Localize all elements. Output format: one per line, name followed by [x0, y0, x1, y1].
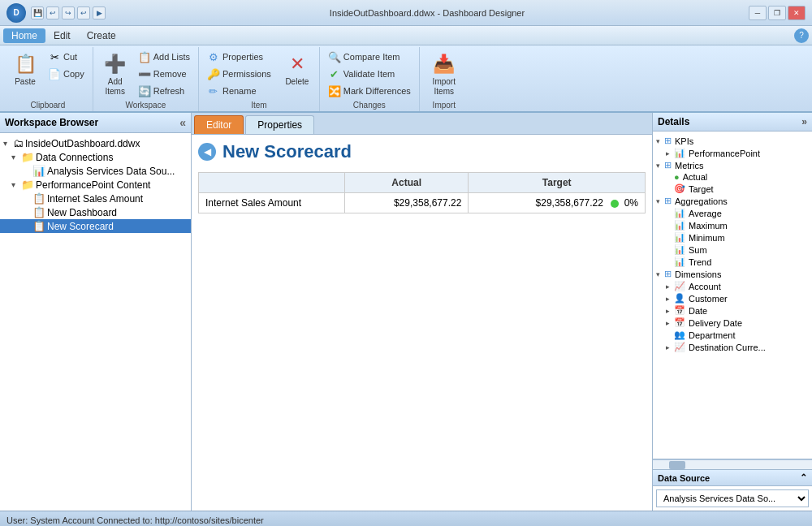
dp-item-performancepoint[interactable]: ▸ 📊 PerformancePoint: [653, 147, 812, 159]
minimize-btn[interactable]: ─: [749, 6, 767, 20]
dim-expand[interactable]: ▾: [656, 270, 663, 278]
col-name: [199, 173, 345, 193]
agg-expand[interactable]: ▾: [656, 197, 663, 205]
permissions-button[interactable]: 🔑 Permissions: [204, 66, 274, 82]
account-expand[interactable]: ▸: [666, 282, 672, 291]
pp-expand[interactable]: ▸: [666, 149, 672, 157]
properties-button[interactable]: ⚙ Properties: [204, 49, 274, 65]
remove-button[interactable]: ➖ Remove: [135, 66, 193, 82]
menu-home[interactable]: Home: [3, 28, 45, 43]
workspace-browser: Workspace Browser « ▾ 🗂 InsideOutDashboa…: [0, 113, 192, 511]
dp-item-actual[interactable]: ● Actual: [653, 171, 812, 183]
dp-item-maximum[interactable]: 📊 Maximum: [653, 219, 812, 231]
dp-item-deliverydate[interactable]: ▸ 📅 Delivery Date: [653, 317, 812, 329]
deldate-icon: 📅: [674, 317, 685, 328]
undo2-quick-btn[interactable]: ↩: [77, 6, 90, 19]
dp-item-metrics[interactable]: ▾ ⊞ Metrics: [653, 159, 812, 171]
dp-item-sum[interactable]: 📊 Sum: [653, 244, 812, 256]
internetsales-icon: 📋: [32, 192, 45, 205]
date-expand[interactable]: ▸: [666, 307, 672, 315]
changes-label: Changes: [353, 101, 386, 110]
editor-tabs: Editor Properties: [192, 113, 652, 135]
date-icon: 📅: [674, 305, 685, 316]
refresh-button[interactable]: 🔄 Refresh: [135, 83, 193, 99]
data-source-select[interactable]: Analysis Services Data So...: [656, 489, 809, 507]
details-header: Details »: [653, 113, 812, 132]
analysissvc-icon: 📊: [32, 165, 45, 177]
dp-hscrollbar[interactable]: [653, 459, 812, 469]
import-items-button[interactable]: 📥 ImportItems: [427, 49, 461, 99]
compare-item-button[interactable]: 🔍 Compare Item: [325, 49, 414, 65]
dp-item-dimensions[interactable]: ▾ ⊞ Dimensions: [653, 268, 812, 280]
tab-properties[interactable]: Properties: [245, 115, 314, 134]
data-source-section: Data Source ⌃: [653, 469, 812, 486]
dp-item-account[interactable]: ▸ 📈 Account: [653, 280, 812, 292]
add-items-button[interactable]: ➕ AddItems: [98, 49, 132, 99]
expand-ppcontent[interactable]: ▾: [11, 180, 19, 189]
expand-internetsales[interactable]: [23, 194, 31, 203]
dp-item-destcurr[interactable]: ▸ 📈 Destination Curre...: [653, 341, 812, 353]
dp-item-date[interactable]: ▸ 📅 Date: [653, 304, 812, 317]
forward-quick-btn[interactable]: ▶: [93, 6, 106, 19]
dp-item-kpis[interactable]: ▾ ⊞ KPIs: [653, 135, 812, 147]
root-icon: 🗂: [13, 137, 24, 149]
undo-quick-btn[interactable]: ↩: [46, 6, 59, 19]
expand-analysissvc[interactable]: [23, 166, 31, 175]
rename-button[interactable]: ✏ Rename: [204, 83, 274, 99]
deldate-expand[interactable]: ▸: [666, 319, 672, 327]
customer-expand[interactable]: ▸: [666, 295, 672, 303]
workspace-browser-collapse[interactable]: «: [179, 116, 186, 129]
expand-root[interactable]: ▾: [3, 139, 11, 148]
paste-button[interactable]: 📋 Paste: [8, 49, 42, 89]
metrics-expand[interactable]: ▾: [656, 162, 663, 170]
add-lists-button[interactable]: 📋 Add Lists: [135, 49, 193, 65]
newscorecard-icon: 📋: [32, 220, 45, 232]
menu-create[interactable]: Create: [79, 28, 124, 43]
data-source-collapse[interactable]: ⌃: [800, 472, 807, 483]
restore-btn[interactable]: ❐: [768, 6, 786, 20]
kpis-expand[interactable]: ▾: [656, 137, 663, 145]
destcurr-expand[interactable]: ▸: [666, 343, 672, 351]
dp-item-trend[interactable]: 📊 Trend: [653, 256, 812, 268]
dp-item-customer[interactable]: ▸ 👤 Customer: [653, 292, 812, 304]
tab-editor[interactable]: Editor: [194, 115, 244, 134]
expand-newdashboard[interactable]: [23, 208, 31, 217]
mark-differences-button[interactable]: 🔀 Mark Differences: [325, 83, 414, 99]
status-text: User: System Account Connected to: http:…: [6, 515, 264, 525]
row-target: $29,358,677.22 0%: [469, 193, 646, 213]
dp-item-aggregations[interactable]: ▾ ⊞ Aggregations: [653, 195, 812, 207]
tree-item-dataconn[interactable]: ▾ 📁 Data Connections: [0, 150, 191, 164]
ribbon-group-item: ⚙ Properties 🔑 Permissions ✏ Rename ✕ De…: [199, 47, 320, 111]
help-icon[interactable]: ?: [794, 28, 809, 43]
details-expand-icon[interactable]: »: [801, 116, 807, 127]
remove-icon: ➖: [138, 67, 151, 80]
validate-item-button[interactable]: ✔ Validate Item: [325, 66, 414, 82]
cut-button[interactable]: ✂ Cut: [45, 49, 88, 65]
copy-button[interactable]: 📄 Copy: [45, 66, 88, 82]
dp-item-target[interactable]: 🎯 Target: [653, 183, 812, 195]
paste-icon: 📋: [12, 51, 38, 77]
add-lists-label: Add Lists: [153, 52, 190, 62]
workspace-tree: ▾ 🗂 InsideOutDashboard.ddwx ▾ 📁 Data Con…: [0, 133, 191, 511]
menu-edit[interactable]: Edit: [45, 28, 79, 43]
delete-button[interactable]: ✕ Delete: [280, 49, 314, 89]
save-quick-btn[interactable]: 💾: [31, 6, 44, 19]
tree-item-ppcontent[interactable]: ▾ 📁 PerformancePoint Content: [0, 178, 191, 192]
tree-item-newdashboard[interactable]: 📋 New Dashboard: [0, 205, 191, 219]
trend-label: Trend: [689, 257, 711, 267]
expand-newscorecard[interactable]: [23, 222, 31, 231]
window-controls: ─ ❐ ✕: [749, 6, 806, 20]
tree-item-analysissvc[interactable]: 📊 Analysis Services Data Sou...: [0, 164, 191, 178]
tree-item-internetsales[interactable]: 📋 Internet Sales Amount: [0, 192, 191, 205]
mark-diff-icon: 🔀: [328, 84, 341, 97]
details-panel: Details » ▾ ⊞ KPIs ▸ 📊 PerformancePoint …: [653, 113, 812, 511]
expand-dataconn[interactable]: ▾: [11, 153, 19, 162]
tree-item-root[interactable]: ▾ 🗂 InsideOutDashboard.ddwx: [0, 136, 191, 150]
dp-item-average[interactable]: 📊 Average: [653, 207, 812, 219]
redo-quick-btn[interactable]: ↪: [62, 6, 75, 19]
dp-item-minimum[interactable]: 📊 Minimum: [653, 231, 812, 244]
close-btn[interactable]: ✕: [788, 6, 806, 20]
back-button[interactable]: ◀: [198, 143, 216, 161]
tree-item-newscorecard[interactable]: 📋 New Scorecard: [0, 219, 191, 233]
dp-item-department[interactable]: 👥 Department: [653, 329, 812, 341]
